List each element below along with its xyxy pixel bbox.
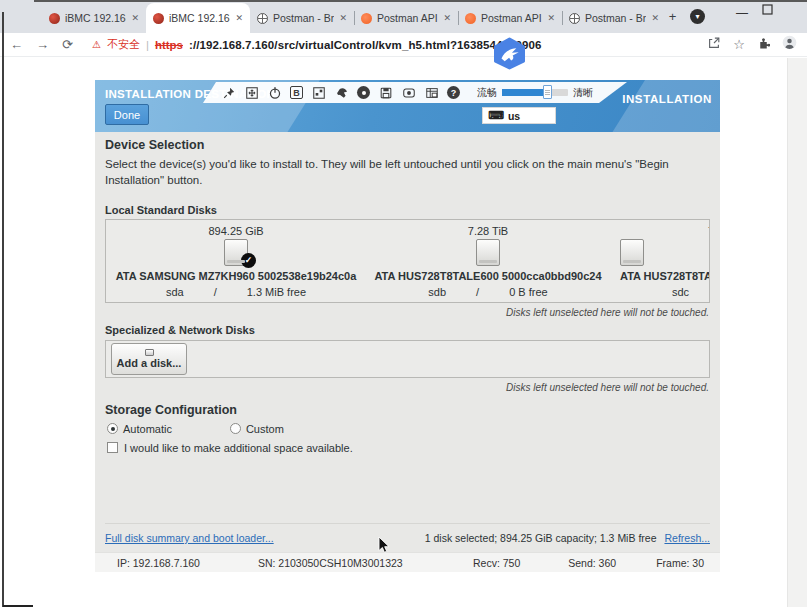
disk-dev: sda <box>166 286 184 298</box>
disk-dev: sdc <box>672 286 689 298</box>
tab-postman-browse-1[interactable]: Postman - Browse ✕ <box>250 3 354 33</box>
storage-configuration-title: Storage Configuration <box>105 403 710 417</box>
new-tab-button[interactable]: + <box>664 8 681 25</box>
help-icon[interactable]: ? <box>447 86 460 99</box>
security-warning-label[interactable]: 不安全 <box>107 37 140 52</box>
radio-custom-label: Custom <box>246 423 284 435</box>
page-scrollbar[interactable] <box>787 58 807 607</box>
tab-search-icon[interactable]: ▾ <box>690 9 705 24</box>
globe-favicon <box>569 13 580 24</box>
disk-name: ATA SAMSUNG MZ7KH960 5002538e19b24c0a <box>116 270 357 282</box>
reload-icon[interactable]: ⟳ <box>62 38 73 51</box>
specialized-disks-label: Specialized & Network Disks <box>105 324 710 336</box>
window-minimize-button[interactable]: — <box>736 6 748 20</box>
quality-slider-handle[interactable] <box>543 85 552 99</box>
disk-item-sda[interactable]: 894.25 GiB ✓ ATA SAMSUNG MZ7KH960 500253… <box>110 225 362 302</box>
disk-capacity: 7.28 TiB <box>468 225 508 237</box>
status-serial-number: SN: 2103050CSH10M3001323 <box>258 557 403 569</box>
disk-slash: / <box>214 286 217 298</box>
window-top-border <box>34 0 807 2</box>
browser-tab-strip: iBMC 192.168.7.16 ✕ iBMC 192.168.7.16 ✕ … <box>0 0 807 33</box>
tab-postman-browse-2[interactable]: Postman - Browse ✕ <box>562 3 666 33</box>
local-disks-box: 894.25 GiB ✓ ATA SAMSUNG MZ7KH960 500253… <box>105 219 710 303</box>
full-disk-summary-link[interactable]: Full disk summary and boot loader... <box>105 532 274 544</box>
postman-favicon <box>361 13 372 24</box>
keyboard-b-icon[interactable]: B <box>290 86 303 99</box>
add-disk-button[interactable]: Add a disk... <box>111 343 187 375</box>
window-left-border <box>2 12 4 607</box>
profile-avatar-icon[interactable] <box>782 35 797 54</box>
back-icon[interactable]: ← <box>10 38 23 51</box>
additional-space-label: I would like to make additional space av… <box>124 442 353 454</box>
quality-slider-group: 流畅 清晰 <box>477 86 593 100</box>
storage-config-options: Automatic Custom <box>107 423 710 435</box>
refresh-link[interactable]: Refresh... <box>664 532 710 544</box>
thunder-bird-logo[interactable] <box>491 37 528 74</box>
add-disk-label: Add a disk... <box>117 357 182 369</box>
bookmark-star-icon[interactable]: ☆ <box>733 37 745 52</box>
tab-label: Postman API Platfo <box>481 12 542 24</box>
virtual-cd-icon[interactable] <box>357 86 370 99</box>
security-warning-icon: ⚠ <box>92 39 101 50</box>
keyboard-layout-indicator[interactable]: ⌨ us <box>482 107 556 124</box>
device-selection-description: Select the device(s) you'd like to insta… <box>105 157 703 189</box>
mouse-cursor <box>378 536 391 558</box>
quality-slider[interactable] <box>502 89 568 96</box>
disk-dev-row: sda / 1.3 MiB free <box>166 286 306 298</box>
tab-ibmc-1[interactable]: iBMC 192.168.7.16 ✕ <box>42 3 146 33</box>
fullscreen-icon[interactable] <box>244 85 259 100</box>
additional-space-option[interactable]: I would like to make additional space av… <box>107 442 710 454</box>
extensions-puzzle-icon[interactable] <box>757 36 770 54</box>
tab-close-icon[interactable]: ✕ <box>651 13 659 23</box>
selection-summary: 1 disk selected; 894.25 GiB capacity; 1.… <box>425 532 657 544</box>
window-maximize-button[interactable] <box>762 4 773 18</box>
tab-close-icon[interactable]: ✕ <box>131 13 139 23</box>
disk-item-sdc[interactable]: 7 ATA HUS728T8TAL sdc <box>614 225 710 302</box>
checkbox-icon[interactable] <box>107 442 118 453</box>
radio-custom[interactable]: Custom <box>230 423 284 435</box>
tab-close-icon[interactable]: ✕ <box>443 13 451 23</box>
tab-label: Postman API Platfo <box>377 12 438 24</box>
disk-capacity: 7 <box>708 225 710 237</box>
globe-favicon <box>257 13 268 24</box>
forward-icon[interactable]: → <box>36 38 49 51</box>
power-icon[interactable] <box>267 85 282 100</box>
installer-header-right-label: INSTALLATION <box>622 93 712 105</box>
keyboard-layout-value: us <box>508 110 520 122</box>
disk-icon <box>620 239 644 266</box>
record-icon[interactable] <box>401 85 416 100</box>
tab-postman-api-1[interactable]: Postman API Platfo ✕ <box>354 3 458 33</box>
done-button[interactable]: Done <box>105 104 149 125</box>
disk-item-sdb[interactable]: 7.28 TiB ATA HUS728T8TALE600 5000cca0bbd… <box>362 225 614 302</box>
mouse-icon[interactable] <box>334 85 349 100</box>
screenshot-icon[interactable] <box>424 85 439 100</box>
specialized-disks-box: Add a disk... <box>105 340 710 378</box>
radio-automatic[interactable]: Automatic <box>107 423 172 435</box>
disk-dev-row: sdc <box>672 286 689 298</box>
tab-ibmc-2-active[interactable]: iBMC 192.168.7.16 ✕ <box>146 3 250 33</box>
url-text: ://192.168.7.160/src/virtualControl/kvm_… <box>189 39 542 51</box>
tabs-container: iBMC 192.168.7.16 ✕ iBMC 192.168.7.16 ✕ … <box>42 3 666 33</box>
share-icon[interactable] <box>707 36 721 54</box>
url-field[interactable]: ⚠ 不安全 | https://192.168.7.160/src/virtua… <box>92 37 694 52</box>
tab-label: iBMC 192.168.7.16 <box>169 12 230 24</box>
quality-sharp-label: 清晰 <box>573 86 593 100</box>
installer-content: Device Selection Select the device(s) yo… <box>95 132 720 552</box>
floppy-save-icon[interactable] <box>378 85 393 100</box>
pin-icon[interactable] <box>221 85 236 100</box>
status-send: Send: 360 <box>568 557 616 569</box>
radio-button-icon[interactable] <box>230 423 241 434</box>
quality-slider-fill <box>502 89 543 96</box>
selected-check-icon: ✓ <box>241 253 256 268</box>
tab-postman-api-2[interactable]: Postman API Platfo ✕ <box>458 3 562 33</box>
url-separator: | <box>146 39 149 51</box>
macro-grid-icon[interactable] <box>311 85 326 100</box>
radio-button-icon[interactable] <box>107 423 118 434</box>
tab-close-icon[interactable]: ✕ <box>235 13 243 23</box>
disk-name: ATA HUS728T8TALE600 5000cca0bbd90c24 <box>374 270 601 282</box>
installer-footer: Full disk summary and boot loader... 1 d… <box>105 523 710 544</box>
tab-close-icon[interactable]: ✕ <box>547 13 555 23</box>
disk-slash: / <box>476 286 479 298</box>
installer-header: INSTALLATION DESTINATION INSTALLATION B <box>95 80 720 132</box>
tab-close-icon[interactable]: ✕ <box>339 13 347 23</box>
